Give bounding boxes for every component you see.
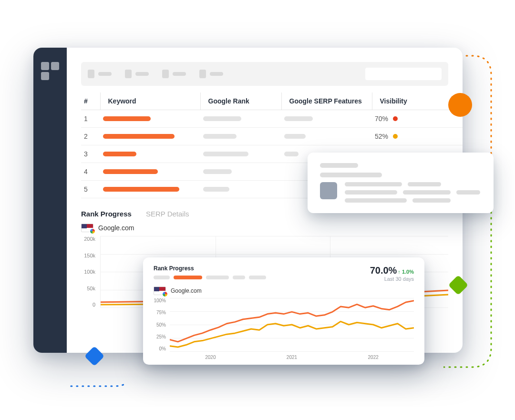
rank-card-chips [154, 276, 266, 279]
tab-rank-progress[interactable]: Rank Progress [81, 210, 132, 218]
sidebar [33, 48, 67, 353]
visibility-value: 52% [375, 133, 388, 140]
decoration-orange-circle [448, 93, 472, 117]
table-row[interactable]: 1 70% [81, 110, 463, 128]
rank-card-chart: 100% 75% 50% 25% 0% 2020 2021 2022 [154, 298, 414, 360]
table-row[interactable]: 2 52% [81, 128, 463, 145]
tab-serp-details[interactable]: SERP Details [146, 210, 189, 218]
visibility-dot-icon [393, 134, 398, 139]
search-input-skeleton[interactable] [365, 68, 442, 80]
rank-card-title: Rank Progress [154, 265, 266, 272]
serp-popover-card [308, 153, 494, 213]
chart-lines [170, 298, 414, 351]
search-engine-label: Google.com [81, 224, 448, 232]
rank-card-engine: Google.com [154, 287, 414, 295]
rank-card-metric: 70.0%1.0% Last 30 days [370, 265, 414, 282]
google-icon [162, 291, 168, 297]
col-index[interactable]: # [81, 92, 100, 110]
toolbar-skeleton [81, 62, 448, 86]
google-icon [89, 228, 96, 235]
col-keyword[interactable]: Keyword [100, 92, 200, 110]
rank-progress-card: Rank Progress 70.0%1.0% Last 30 days Goo… [143, 257, 424, 365]
serp-thumb-icon [320, 182, 337, 199]
sidebar-nav-icon[interactable] [41, 62, 59, 80]
col-serp[interactable]: Google SERP Features [281, 92, 372, 110]
chip-active[interactable] [174, 276, 202, 279]
visibility-value: 70% [375, 115, 388, 123]
col-rank[interactable]: Google Rank [200, 92, 281, 110]
visibility-dot-icon [393, 116, 398, 121]
